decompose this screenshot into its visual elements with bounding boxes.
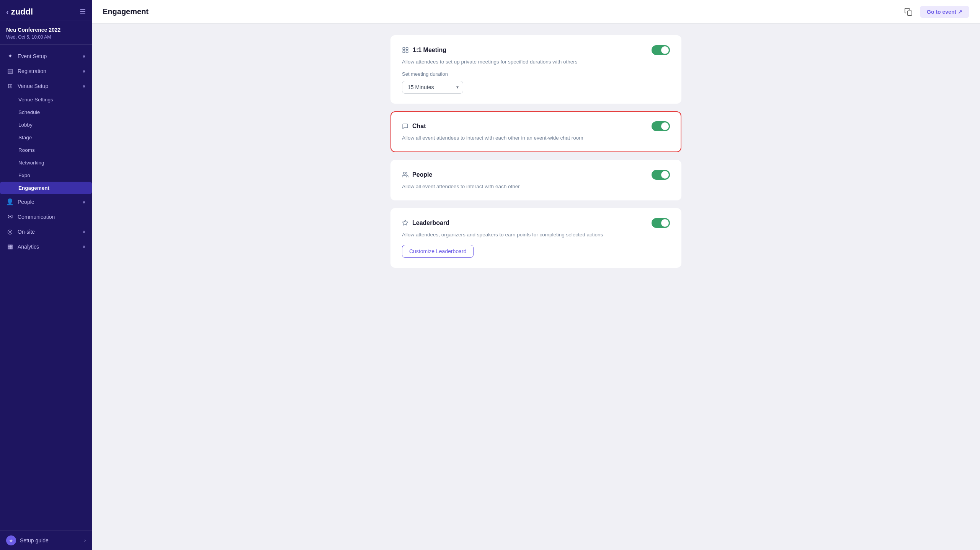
communication-icon: ✉: [6, 213, 14, 220]
sidebar-item-stage[interactable]: Stage: [0, 131, 92, 144]
leaderboard-icon: [402, 220, 408, 226]
card-title-row: People: [402, 171, 432, 178]
sidebar-item-venue-settings[interactable]: Venue Settings: [0, 93, 92, 106]
sidebar-item-label: Communication: [18, 214, 55, 220]
svg-rect-2: [406, 47, 408, 49]
sidebar-item-label: Venue Setup: [18, 83, 48, 89]
toggle-slider: [652, 45, 670, 55]
customize-leaderboard-button[interactable]: Customize Leaderboard: [402, 245, 474, 258]
chevron-down-icon: ∨: [82, 244, 86, 249]
topbar-actions: Go to event ↗: [902, 5, 969, 19]
sidebar-item-networking[interactable]: Networking: [0, 156, 92, 169]
toggle-slider: [652, 218, 670, 228]
sidebar: ‹ zuddl ☰ Neu Conference 2022 Wed, Oct 5…: [0, 0, 92, 550]
sidebar-item-rooms[interactable]: Rooms: [0, 144, 92, 156]
go-to-event-button[interactable]: Go to event ↗: [920, 6, 969, 18]
sidebar-item-venue-setup[interactable]: ⊞ Venue Setup ∧: [0, 78, 92, 93]
sidebar-nav: ✦ Event Setup ∨ ▤ Registration ∨ ⊞ Venue…: [0, 45, 92, 530]
sidebar-item-expo[interactable]: Expo: [0, 169, 92, 182]
card-title-row: Chat: [402, 123, 426, 130]
toggle-slider: [652, 121, 670, 131]
card-title: People: [412, 171, 432, 178]
sidebar-item-engagement[interactable]: Engagement: [0, 182, 92, 194]
duration-select-wrap: 5 Minutes 10 Minutes 15 Minutes 30 Minut…: [402, 81, 463, 94]
svg-rect-4: [406, 51, 408, 53]
hamburger-icon[interactable]: ☰: [80, 8, 86, 16]
card-description: Allow all event attendees to interact wi…: [402, 183, 670, 190]
meeting-icon: [402, 47, 409, 54]
svg-point-5: [403, 172, 406, 174]
card-header: 1:1 Meeting: [402, 45, 670, 55]
svg-rect-3: [403, 51, 405, 53]
card-title: Leaderboard: [412, 220, 449, 226]
card-title-row: 1:1 Meeting: [402, 47, 446, 54]
card-one-on-one: 1:1 Meeting Allow attendees to set up pr…: [390, 35, 681, 104]
chevron-up-icon: ∧: [82, 83, 86, 89]
chevron-right-icon: ›: [84, 538, 86, 543]
event-setup-icon: ✦: [6, 52, 14, 60]
sidebar-item-registration[interactable]: ▤ Registration ∨: [0, 63, 92, 78]
copy-icon: [904, 8, 913, 16]
sidebar-item-label: People: [18, 199, 34, 205]
svg-rect-0: [907, 11, 912, 15]
sidebar-item-people[interactable]: 👤 People ∨: [0, 194, 92, 209]
sidebar-item-label: Event Setup: [18, 53, 47, 59]
chat-toggle[interactable]: [652, 121, 670, 131]
sidebar-item-communication[interactable]: ✉ Communication: [0, 209, 92, 224]
card-leaderboard: Leaderboard Allow attendees, organizers …: [390, 208, 681, 268]
card-title-row: Leaderboard: [402, 220, 449, 226]
setup-guide-label: Setup guide: [20, 537, 49, 543]
main-content: Engagement Go to event ↗: [92, 0, 980, 550]
chevron-down-icon: ∨: [82, 68, 86, 74]
people-card-icon: [402, 171, 408, 178]
leaderboard-toggle[interactable]: [652, 218, 670, 228]
sidebar-item-label: Analytics: [18, 244, 39, 250]
analytics-icon: ▦: [6, 243, 14, 250]
event-info: Neu Conference 2022 Wed, Oct 5, 10:00 AM: [0, 21, 92, 45]
sidebar-item-schedule[interactable]: Schedule: [0, 106, 92, 119]
go-to-event-label: Go to event ↗: [927, 9, 962, 15]
toggle-slider: [652, 170, 670, 180]
logo[interactable]: ‹ zuddl: [6, 7, 33, 17]
sidebar-item-lobby[interactable]: Lobby: [0, 119, 92, 131]
chevron-down-icon: ∨: [82, 229, 86, 234]
sidebar-item-label: Registration: [18, 68, 46, 74]
chevron-down-icon: ∨: [82, 54, 86, 59]
card-people: People Allow all event attendees to inte…: [390, 160, 681, 200]
svg-rect-1: [403, 47, 405, 49]
card-header: Leaderboard: [402, 218, 670, 228]
card-header: Chat: [402, 121, 670, 131]
venue-setup-icon: ⊞: [6, 82, 14, 89]
people-toggle[interactable]: [652, 170, 670, 180]
sidebar-item-analytics[interactable]: ▦ Analytics ∨: [0, 239, 92, 254]
logo-arrow: ‹: [6, 8, 9, 16]
copy-button[interactable]: [902, 5, 915, 19]
duration-label: Set meeting duration: [402, 71, 670, 77]
card-description: Allow attendees, organizers and speakers…: [402, 231, 670, 239]
event-date: Wed, Oct 5, 10:00 AM: [6, 34, 86, 40]
card-header: People: [402, 170, 670, 180]
setup-guide-icon: ★: [6, 535, 16, 545]
page-content: 1:1 Meeting Allow attendees to set up pr…: [92, 24, 980, 550]
one-on-one-toggle[interactable]: [652, 45, 670, 55]
cards-container: 1:1 Meeting Allow attendees to set up pr…: [390, 35, 681, 268]
topbar: Engagement Go to event ↗: [92, 0, 980, 24]
sidebar-header: ‹ zuddl ☰: [0, 0, 92, 21]
card-title: Chat: [412, 123, 426, 130]
card-description: Allow attendees to set up private meetin…: [402, 58, 670, 66]
sidebar-item-on-site[interactable]: ◎ On-site ∨: [0, 224, 92, 239]
registration-icon: ▤: [6, 67, 14, 75]
sidebar-footer: ★ Setup guide ›: [0, 530, 92, 550]
chevron-down-icon: ∨: [82, 199, 86, 205]
logo-text: zuddl: [11, 7, 33, 17]
duration-select[interactable]: 5 Minutes 10 Minutes 15 Minutes 30 Minut…: [402, 81, 463, 94]
setup-guide-item[interactable]: ★ Setup guide ›: [6, 535, 86, 545]
duration-select-wrapper: 5 Minutes 10 Minutes 15 Minutes 30 Minut…: [402, 81, 463, 94]
onsite-icon: ◎: [6, 228, 14, 235]
card-title: 1:1 Meeting: [413, 47, 446, 54]
chat-icon: [402, 123, 408, 130]
sidebar-item-label: On-site: [18, 229, 35, 235]
sidebar-item-event-setup[interactable]: ✦ Event Setup ∨: [0, 49, 92, 63]
card-description: Allow all event attendees to interact wi…: [402, 134, 670, 142]
card-chat: Chat Allow all event attendees to intera…: [390, 111, 681, 152]
